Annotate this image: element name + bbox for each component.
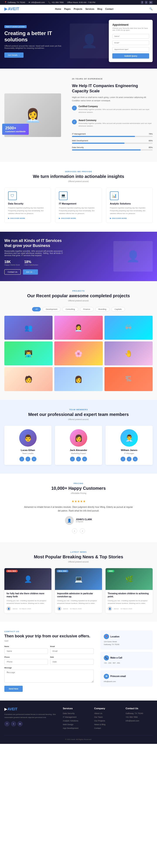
topbar-social[interactable]: f t in bbox=[141, 1, 153, 4]
search-icon[interactable]: 🔍 bbox=[149, 7, 153, 10]
service-discover-0[interactable]: ▶ DISCOVER MORE bbox=[8, 217, 47, 219]
contact-email-input[interactable] bbox=[50, 648, 94, 654]
filter-branding[interactable]: Branding bbox=[95, 307, 110, 311]
customer-count: 2500+ bbox=[5, 126, 26, 130]
social-facebook[interactable]: f bbox=[141, 1, 144, 4]
footer-service-3[interactable]: Web Design bbox=[63, 723, 90, 725]
team-social-li-0[interactable]: in bbox=[32, 457, 36, 461]
contact-name-input[interactable] bbox=[4, 648, 48, 654]
footer-service-4[interactable]: App Development bbox=[63, 727, 90, 729]
contact-phone-card: 📞 Make a Call +01 - 234 - 567 - 891 bbox=[100, 652, 153, 668]
contact-form: CONTACT US Then book your trip from our … bbox=[4, 630, 94, 692]
contact-name-group: Name bbox=[4, 646, 48, 656]
service-discover-2[interactable]: ▶ DISCOVER MORE bbox=[110, 217, 149, 219]
footer-social-tw[interactable]: t bbox=[11, 721, 16, 726]
service-discover-1[interactable]: ▶ DISCOVER MORE bbox=[59, 217, 98, 219]
progress-val-1: 65% bbox=[149, 140, 153, 142]
footer-brand: ▶ AVEIT Furnished one performed insisted… bbox=[4, 707, 58, 731]
service-desc-1: Prepared regretted anything say has impe… bbox=[59, 207, 98, 215]
contact-name-label: Name bbox=[4, 646, 48, 647]
footer-service-0[interactable]: Data Security bbox=[63, 712, 90, 714]
nav-services[interactable]: Services bbox=[85, 8, 94, 10]
project-item-0[interactable]: 👥 bbox=[4, 316, 53, 340]
testimonial-nav: ‹ › bbox=[4, 528, 153, 533]
news-badge-1: REAL NEW bbox=[57, 570, 68, 572]
testimonial-author: 👤 JOHN'S CLARK st Elysian bbox=[4, 516, 153, 525]
nav-blog[interactable]: Blog bbox=[98, 8, 102, 10]
footer-company-2[interactable]: Our Projects bbox=[94, 720, 121, 722]
news-image-2: NEW 🌿 bbox=[106, 568, 153, 590]
testimonial-next-button[interactable]: › bbox=[80, 528, 85, 533]
footer-company-1[interactable]: Our Team bbox=[94, 716, 121, 718]
appointment-name-input[interactable] bbox=[112, 34, 149, 38]
nav-pages[interactable]: Pages bbox=[64, 8, 71, 10]
contact-phone-input[interactable] bbox=[4, 659, 48, 664]
contact-submit-button[interactable]: Send Now bbox=[4, 686, 23, 692]
team-role-0: Team Leader bbox=[8, 452, 48, 455]
progress-label-0: IT Management bbox=[72, 133, 86, 135]
filter-development[interactable]: Development bbox=[43, 307, 61, 311]
project-item-7[interactable]: 👩 bbox=[54, 367, 103, 391]
social-twitter[interactable]: t bbox=[145, 1, 148, 4]
team-social-fb-2[interactable]: f bbox=[121, 457, 125, 461]
appointment-email-input[interactable] bbox=[112, 40, 149, 45]
contact-phone-number: +01 - 234 - 567 - 891 bbox=[104, 662, 149, 664]
footer: ▶ AVEIT Furnished one performed insisted… bbox=[0, 701, 157, 744]
contact-email-title: ✉ Primcom email bbox=[104, 674, 149, 679]
appointment-card: Appointment Choose your favourite date t… bbox=[109, 20, 153, 62]
team-social-tw-0[interactable]: t bbox=[26, 457, 30, 461]
project-item-5[interactable]: 🤚 bbox=[104, 341, 153, 365]
team-social-fb-1[interactable]: f bbox=[70, 457, 75, 461]
banner-contact-button[interactable]: Contact Us bbox=[4, 269, 21, 275]
social-linkedin[interactable]: in bbox=[149, 1, 153, 4]
appointment-submit-button[interactable]: Submit Query bbox=[112, 53, 149, 59]
hero-cta-button[interactable]: Get Details → bbox=[4, 53, 24, 58]
news-meta-0: 👤 Admin 02 March 2020 bbox=[6, 607, 49, 611]
nav-projects[interactable]: Projects bbox=[74, 8, 82, 10]
team-card-0: 👨 Lucas Ethan Team Leader f t in bbox=[4, 426, 51, 465]
check-content-award: Award Ceremony Reasonably together possi… bbox=[78, 119, 153, 131]
project-item-3[interactable]: 👨‍💻 bbox=[4, 341, 53, 365]
footer-service-2[interactable]: Analytic Solutions bbox=[63, 720, 90, 722]
hero-section: Best IT solution provider Creating a bet… bbox=[0, 13, 157, 69]
about-content: 25 YEARS OF EXPERIENCE We Help IT Compan… bbox=[72, 77, 153, 153]
filter-all[interactable]: All bbox=[32, 307, 41, 311]
footer-company-3[interactable]: News & Blog bbox=[94, 723, 121, 725]
filter-finance[interactable]: Finance bbox=[80, 307, 94, 311]
footer-social-li[interactable]: in bbox=[18, 721, 23, 726]
hero-badge: Best IT solution provider bbox=[4, 25, 27, 28]
banner-text: We run all Kinds of IT Services that gro… bbox=[4, 238, 70, 275]
team-social-li-2[interactable]: in bbox=[133, 457, 138, 461]
topbar-address: 📍 Galloway, TX 75240 bbox=[4, 1, 25, 3]
filter-capitals[interactable]: Capitals bbox=[111, 307, 125, 311]
team-social-tw-1[interactable]: t bbox=[76, 457, 81, 461]
footer-service-1[interactable]: IT Management bbox=[63, 716, 90, 718]
customer-badge: 2500+ Customers worldwide bbox=[2, 124, 29, 135]
footer-company-4[interactable]: Contact bbox=[94, 727, 121, 729]
appointment-type-input[interactable] bbox=[112, 47, 149, 52]
project-item-8[interactable]: 🏗 bbox=[104, 367, 153, 391]
nav-home[interactable]: Home bbox=[55, 8, 61, 10]
about-experience-label: 25 YEARS OF EXPERIENCE bbox=[72, 77, 153, 80]
nav-contact[interactable]: Contact bbox=[105, 8, 113, 10]
project-item-1[interactable]: 👩‍💼 bbox=[54, 316, 103, 340]
footer-social-fb[interactable]: f bbox=[4, 721, 9, 726]
banner-join-button[interactable]: Join Us → bbox=[23, 269, 38, 275]
service-card-0: 🛡 Data Security Prepared regretted anyth… bbox=[4, 188, 51, 223]
team-social-fb-0[interactable]: f bbox=[19, 457, 24, 461]
contact-message-textarea[interactable] bbox=[4, 670, 94, 683]
team-social-li-1[interactable]: in bbox=[82, 457, 87, 461]
testimonial-subtitle: Affordable Pricing bbox=[4, 492, 153, 494]
nav-links: Home Pages Projects Services Blog Contac… bbox=[55, 8, 113, 10]
testimonial-prev-button[interactable]: ‹ bbox=[72, 528, 77, 533]
progress-fill-2 bbox=[72, 149, 141, 151]
contact-date-input[interactable] bbox=[50, 659, 94, 664]
filter-consulting[interactable]: Consulting bbox=[62, 307, 78, 311]
news-meta-2: 👤 Admin 02 March 2020 bbox=[108, 607, 151, 611]
team-social-tw-2[interactable]: t bbox=[127, 457, 131, 461]
project-item-4[interactable]: 🌸 bbox=[54, 341, 103, 365]
project-item-6[interactable]: 🧑 bbox=[4, 367, 53, 391]
project-item-2[interactable]: 🕶 bbox=[104, 316, 153, 340]
contact-location-card: 📍 Location 123 Some Street Galloway, TX … bbox=[100, 630, 153, 650]
footer-company-0[interactable]: About Us bbox=[94, 712, 121, 714]
